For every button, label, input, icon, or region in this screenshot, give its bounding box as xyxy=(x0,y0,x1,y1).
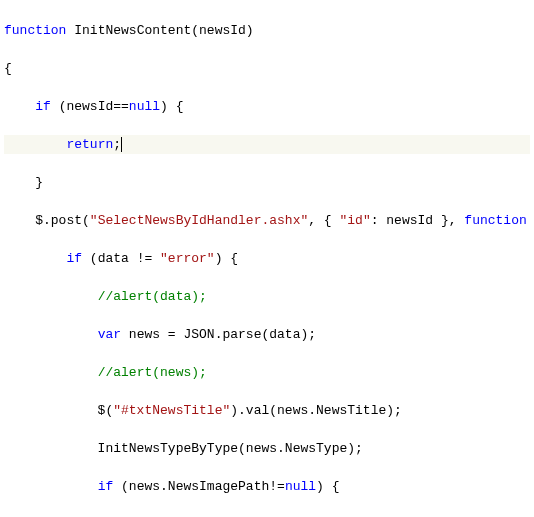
indent xyxy=(4,251,66,266)
keyword-function: function xyxy=(464,213,526,228)
brace: } xyxy=(4,175,43,190)
string-literal: "error" xyxy=(160,251,215,266)
code-line: var news = JSON.parse(data); xyxy=(4,325,530,344)
code-text: (news.NewsImagePath!= xyxy=(113,479,285,494)
indent xyxy=(4,289,98,304)
string-literal: "id" xyxy=(339,213,370,228)
comment: //alert(data); xyxy=(98,289,207,304)
code-line: } xyxy=(4,173,530,192)
code-text: $.post( xyxy=(4,213,90,228)
code-text: ) { xyxy=(160,99,183,114)
indent xyxy=(4,479,98,494)
code-text: (data != xyxy=(82,251,160,266)
code-text: ) { xyxy=(215,251,238,266)
keyword-if: if xyxy=(66,251,82,266)
code-text: $( xyxy=(4,403,113,418)
string-literal: "#txtNewsTitle" xyxy=(113,403,230,418)
code-text: InitNewsTypeByType(news.NewsType); xyxy=(4,441,363,456)
keyword-if: if xyxy=(35,99,51,114)
code-line: InitNewsTypeByType(news.NewsType); xyxy=(4,439,530,458)
code-editor[interactable]: function InitNewsContent(newsId) { if (n… xyxy=(0,0,534,517)
text-caret xyxy=(121,137,122,152)
code-line: if (newsId==null) { xyxy=(4,97,530,116)
keyword-return: return xyxy=(66,137,113,152)
keyword-null: null xyxy=(129,99,160,114)
code-text: news = JSON.parse(data); xyxy=(121,327,316,342)
indent xyxy=(4,365,98,380)
code-line-active: return; xyxy=(4,135,530,154)
function-signature: InitNewsContent(newsId) xyxy=(66,23,253,38)
code-line: $("#txtNewsTitle").val(news.NewsTitle); xyxy=(4,401,530,420)
indent xyxy=(4,99,35,114)
comment: //alert(news); xyxy=(98,365,207,380)
code-line: //alert(data); xyxy=(4,287,530,306)
code-line: { xyxy=(4,59,530,78)
code-line: //alert(news); xyxy=(4,363,530,382)
code-line: $.post("SelectNewsByIdHandler.ashx", { "… xyxy=(4,211,530,230)
keyword-var: var xyxy=(98,327,121,342)
code-text: , { xyxy=(308,213,339,228)
code-text: ).val(news.NewsTitle); xyxy=(230,403,402,418)
string-literal: "SelectNewsByIdHandler.ashx" xyxy=(90,213,308,228)
indent xyxy=(4,327,98,342)
brace: { xyxy=(4,61,12,76)
keyword-function: function xyxy=(4,23,66,38)
code-line: if (data != "error") { xyxy=(4,249,530,268)
code-text: ) { xyxy=(316,479,339,494)
keyword-null: null xyxy=(285,479,316,494)
code-text: (data) { xyxy=(527,213,534,228)
code-line: if (news.NewsImagePath!=null) { xyxy=(4,477,530,496)
code-text: ; xyxy=(113,137,121,152)
keyword-if: if xyxy=(98,479,114,494)
code-line: function InitNewsContent(newsId) xyxy=(4,21,530,40)
indent xyxy=(4,137,66,152)
code-text: : newsId }, xyxy=(371,213,465,228)
code-text: (newsId== xyxy=(51,99,129,114)
